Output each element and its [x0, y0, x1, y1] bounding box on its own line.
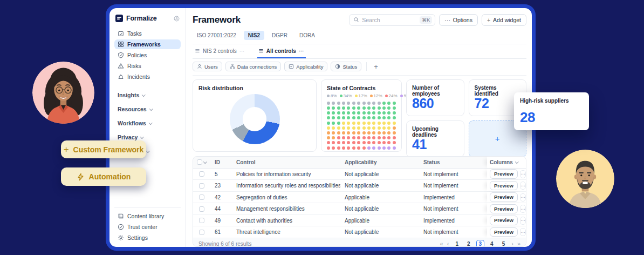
row-more-button[interactable]: ⋯	[520, 205, 526, 213]
row-more-button[interactable]: ⋯	[520, 182, 526, 190]
cell-control: Management responsibilities	[232, 203, 340, 214]
sidebar-item-settings[interactable]: Settings	[114, 233, 181, 243]
page-button-3[interactable]: 3	[476, 240, 485, 247]
deadlines-card[interactable]: Upcoming deadlines 41	[406, 120, 464, 157]
risk-distribution-card[interactable]: Risk distribution	[193, 79, 317, 152]
matrix-dot	[327, 122, 330, 125]
cell-status: Not implement	[419, 203, 487, 214]
account-icon[interactable]	[174, 16, 180, 22]
sidebar-item-risks[interactable]: Risks	[114, 61, 181, 71]
sidebar-item-content-library[interactable]: Content library	[114, 211, 181, 221]
employees-card[interactable]: Number of employees 860	[406, 79, 464, 116]
sidebar-section-workflows[interactable]: Workflows	[114, 117, 181, 129]
last-page-icon[interactable]: »	[517, 240, 520, 247]
filter-status[interactable]: Status	[331, 62, 361, 71]
preview-button[interactable]: Preview	[490, 192, 518, 202]
filter-users[interactable]: Users	[193, 62, 222, 71]
options-button[interactable]: ⋯ Options	[439, 14, 478, 26]
cell-id: 5	[210, 169, 232, 180]
sidebar-item-policies[interactable]: Policies	[114, 50, 181, 60]
widget-cards: Risk distribution State of Contracts 8%3…	[193, 79, 526, 152]
cell-control: Information security roles and resposibi…	[232, 180, 340, 191]
high-risk-suppliers-card[interactable]: High-risk suppliers 28	[514, 92, 589, 130]
row-more-button[interactable]: ⋯	[520, 170, 526, 178]
matrix-dot	[387, 122, 390, 125]
preview-button[interactable]: Preview	[490, 169, 518, 178]
row-checkbox[interactable]	[199, 194, 204, 200]
page-button-1[interactable]: 1	[453, 240, 461, 247]
select-all-cell	[193, 157, 210, 168]
preview-button[interactable]: Preview	[490, 227, 518, 237]
matrix-dot	[382, 131, 386, 135]
matrix-dot	[357, 111, 360, 115]
framework-tab-iso-27001-2022[interactable]: ISO 27001:2022	[193, 31, 241, 40]
page-button-4[interactable]: 4	[488, 240, 496, 247]
matrix-dot	[378, 116, 381, 119]
matrix-dot	[393, 146, 396, 150]
sidebar-item-tasks[interactable]: Tasks	[114, 29, 181, 38]
framework-tabs: ISO 27001:2022NIS2DGPRDORA	[193, 31, 526, 40]
tab-all-controls[interactable]: All controls ⋯	[257, 44, 306, 58]
preview-button[interactable]: Preview	[490, 216, 518, 225]
framework-tab-dora[interactable]: DORA	[295, 31, 319, 40]
filter-data-connections[interactable]: Data connections	[225, 62, 281, 71]
sidebar-section-resources[interactable]: Resources	[114, 103, 181, 115]
matrix-dot	[327, 102, 330, 105]
cell-control: Contact with authorities	[232, 215, 340, 226]
preview-button[interactable]: Preview	[490, 181, 518, 190]
column-header-id[interactable]: ID	[210, 157, 232, 168]
metric-value: 41	[412, 138, 458, 152]
custom-framework-button[interactable]: + Custom Framework	[61, 140, 146, 158]
row-more-button[interactable]: ⋯	[520, 217, 526, 225]
matrix-dot	[382, 102, 386, 105]
sidebar-item-label: Content library	[127, 213, 164, 219]
sidebar-section-insights[interactable]: Insights	[114, 89, 181, 101]
framework-tab-dgpr[interactable]: DGPR	[268, 31, 292, 40]
tab-more-icon[interactable]: ⋯	[299, 48, 305, 54]
tab-nis2-controls[interactable]: NIS 2 controls ⋯	[194, 44, 246, 58]
row-more-button[interactable]: ⋯	[520, 193, 526, 202]
sidebar-item-incidents[interactable]: Incidents	[114, 72, 181, 82]
prev-page-icon[interactable]: ‹	[447, 240, 449, 247]
preview-button[interactable]: Preview	[490, 204, 518, 213]
table-row: 42Segregation of dutiesApplicableImpleme…	[193, 192, 526, 204]
sidebar-item-trust-center[interactable]: Trust center	[114, 222, 181, 232]
next-page-icon[interactable]: ›	[511, 240, 513, 247]
row-checkbox[interactable]	[199, 183, 204, 189]
row-checkbox[interactable]	[199, 206, 204, 212]
card-title: High-risk suppliers	[520, 98, 583, 104]
matrix-dot	[337, 141, 340, 144]
columns-menu-button[interactable]: Columns	[487, 157, 526, 168]
state-of-contracts-card[interactable]: State of Contracts 8%34%17%12%24%5%	[321, 79, 402, 152]
matrix-dot	[367, 106, 371, 110]
check-circle-icon	[118, 224, 124, 230]
page-button-5[interactable]: 5	[499, 240, 508, 247]
add-widget-button[interactable]: + Add widget	[482, 14, 526, 26]
automation-button[interactable]: Automation	[61, 167, 146, 186]
framework-tab-nis2[interactable]: NIS2	[244, 31, 264, 40]
cell-applicability: Not applicable	[340, 226, 419, 238]
column-header-applicability[interactable]: Applicability	[340, 157, 419, 168]
page-button-2[interactable]: 2	[464, 240, 473, 247]
chevron-down-icon[interactable]	[203, 160, 207, 163]
matrix-dot	[367, 136, 371, 139]
row-more-button[interactable]: ⋯	[520, 228, 526, 236]
row-checkbox[interactable]	[199, 171, 204, 177]
formalize-logo-icon	[115, 15, 123, 22]
row-checkbox[interactable]	[199, 230, 204, 235]
tab-more-icon[interactable]: ⋯	[239, 48, 245, 54]
search-box[interactable]: ⌘K	[349, 14, 435, 26]
select-all-checkbox[interactable]	[197, 159, 202, 165]
sidebar-item-frameworks[interactable]: Frameworks	[114, 39, 181, 49]
matrix-dot	[362, 116, 366, 119]
add-filter-button[interactable]: +	[372, 63, 380, 71]
column-header-control[interactable]: Control	[232, 157, 340, 168]
first-page-icon[interactable]: «	[440, 240, 443, 247]
matrix-dot	[352, 146, 355, 150]
filter-applicability[interactable]: Applicability	[284, 62, 327, 71]
matrix-dot	[378, 106, 381, 110]
matrix-dot	[382, 141, 386, 144]
row-checkbox[interactable]	[199, 218, 204, 223]
column-header-status[interactable]: Status	[419, 157, 487, 168]
search-input[interactable]	[362, 17, 417, 23]
